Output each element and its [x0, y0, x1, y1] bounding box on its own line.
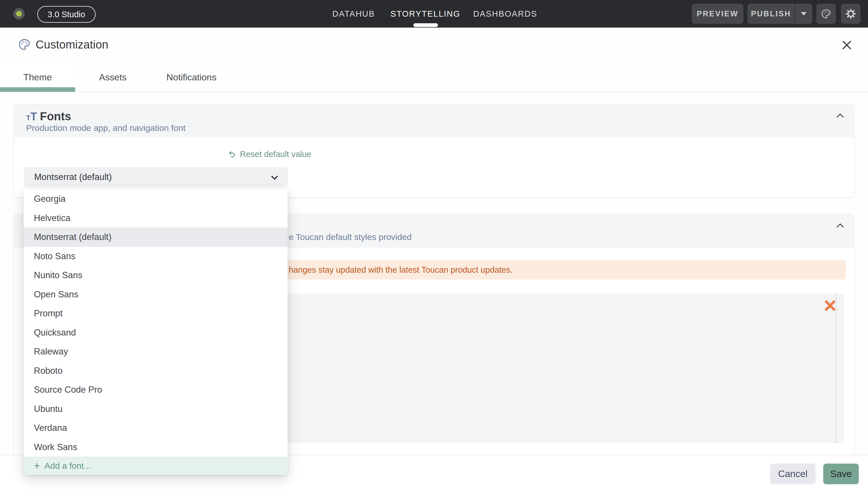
- customization-palette-icon: [18, 38, 31, 51]
- styles-section-subtitle: e Toucan default styles provided: [289, 232, 412, 242]
- font-option[interactable]: Georgia: [24, 190, 288, 209]
- typography-icon: TT: [26, 110, 37, 123]
- active-tab-indicator: [0, 87, 75, 92]
- undo-icon: [228, 150, 237, 159]
- chevron-up-icon: [837, 114, 844, 121]
- plus-icon: +: [34, 461, 40, 471]
- font-option[interactable]: Ubuntu: [24, 399, 288, 419]
- font-option[interactable]: Verdana: [24, 419, 288, 438]
- status-dot: [13, 8, 25, 20]
- font-option[interactable]: Work Sans: [24, 438, 288, 457]
- preview-button[interactable]: PREVIEW: [692, 4, 743, 24]
- editor-divider: [836, 294, 837, 443]
- font-dropdown: GeorgiaHelveticaMontserrat (default)Noto…: [24, 190, 288, 475]
- topbar: 3.0 Studio DATAHUB STORYTELLING DASHBOAR…: [0, 0, 868, 28]
- font-option[interactable]: Quicksand: [24, 323, 288, 342]
- nav-item-dashboards[interactable]: DASHBOARDS: [473, 0, 537, 28]
- font-option[interactable]: Montserrat (default): [24, 228, 288, 247]
- font-option[interactable]: Open Sans: [24, 285, 288, 304]
- caret-down-icon: [801, 12, 807, 16]
- reset-default-label: Reset default value: [240, 150, 311, 159]
- fonts-section-title: Fonts: [40, 110, 71, 123]
- font-option[interactable]: Raleway: [24, 342, 288, 361]
- toucan-studio-app: 3.0 Studio DATAHUB STORYTELLING DASHBOAR…: [0, 0, 868, 492]
- tab-notifications[interactable]: Notifications: [150, 63, 232, 92]
- studio-version-pill[interactable]: 3.0 Studio: [37, 6, 96, 23]
- font-option[interactable]: Nunito Sans: [24, 266, 288, 285]
- fonts-collapse-button[interactable]: [835, 112, 846, 122]
- modal-title: Customization: [35, 28, 108, 62]
- font-option[interactable]: Prompt: [24, 304, 288, 323]
- status-dot-green: [16, 11, 22, 17]
- font-select-value: Montserrat (default): [34, 172, 112, 182]
- font-option-list: GeorgiaHelveticaMontserrat (default)Noto…: [24, 190, 288, 457]
- settings-button[interactable]: [841, 4, 861, 24]
- warning-text: hanges stay updated with the latest Touc…: [289, 265, 513, 275]
- publish-dropdown-button[interactable]: [795, 4, 812, 24]
- fonts-section: TT Fonts Production mode app, and naviga…: [14, 104, 854, 197]
- font-select[interactable]: Montserrat (default): [24, 167, 288, 187]
- font-option[interactable]: Helvetica: [24, 209, 288, 228]
- reset-default-link[interactable]: Reset default value: [228, 150, 311, 159]
- fonts-section-subtitle: Production mode app, and navigation font: [26, 123, 185, 133]
- theme-palette-button[interactable]: [816, 4, 836, 24]
- add-font-label: Add a font...: [45, 461, 91, 471]
- font-option[interactable]: Noto Sans: [24, 247, 288, 266]
- studio-version-label: 3.0 Studio: [48, 10, 85, 19]
- fonts-section-header: TT Fonts Production mode app, and naviga…: [14, 104, 854, 138]
- chevron-up-icon: [837, 223, 844, 230]
- gear-icon: [845, 8, 856, 19]
- publish-button[interactable]: PUBLISH: [747, 4, 795, 24]
- add-font-button[interactable]: + Add a font...: [24, 457, 288, 475]
- save-button[interactable]: Save: [823, 464, 859, 484]
- active-nav-underline: [413, 23, 438, 27]
- cancel-button[interactable]: Cancel: [770, 464, 816, 484]
- chevron-down-icon: [271, 173, 278, 180]
- modal-close-button[interactable]: [840, 38, 854, 52]
- remove-style-button[interactable]: [823, 299, 837, 312]
- nav-item-datahub[interactable]: DATAHUB: [332, 0, 375, 28]
- font-option[interactable]: Roboto: [24, 361, 288, 380]
- styles-collapse-button[interactable]: [835, 222, 846, 232]
- tab-assets[interactable]: Assets: [75, 63, 150, 92]
- palette-icon: [821, 8, 832, 19]
- font-option[interactable]: Source Code Pro: [24, 380, 288, 399]
